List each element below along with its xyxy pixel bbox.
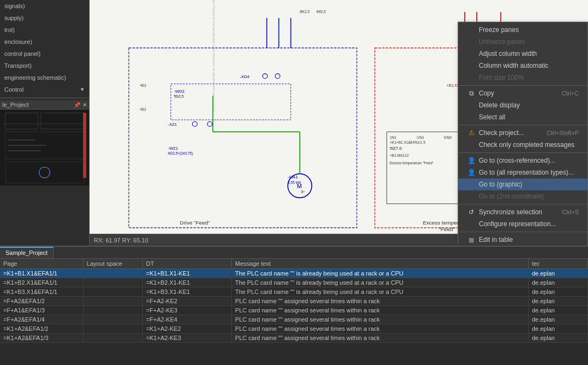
ctx-check-project-shortcut: Ctrl+Shift+P bbox=[547, 130, 579, 136]
sidebar-item-transport[interactable]: Transport) bbox=[0, 60, 89, 72]
col-header-layout: Layout space bbox=[83, 259, 142, 269]
ctx-font-label: Font size 100% bbox=[479, 74, 524, 81]
table-cell-page: =K1+A2&EFA1/2 bbox=[0, 324, 83, 334]
svg-text:5IZ7.0: 5IZ7.0 bbox=[390, 146, 402, 151]
panel-title: le_Project bbox=[2, 101, 29, 108]
sidebar-item-enclosure[interactable]: enclosure) bbox=[0, 36, 89, 48]
ctx-unfreeze-panes: Unfreeze panes bbox=[458, 36, 587, 48]
table-row[interactable]: =F+A2&EFA1/4=F+A2-KE4PLC card name "" as… bbox=[0, 315, 588, 324]
ctx-sep-5 bbox=[458, 232, 587, 232]
table-cell-page: =F+A1&EFA1/3 bbox=[0, 306, 83, 315]
coordinates-display: RX: 61.97 RY: 65.10 bbox=[94, 237, 148, 244]
sidebar-item-control-main[interactable]: Control ▼ bbox=[0, 84, 89, 95]
ctx-sync-selection[interactable]: ↺ Synchronize selection Ctrl+S bbox=[458, 206, 587, 218]
ctx-select-all[interactable]: Select all bbox=[458, 111, 587, 123]
sidebar-item-engineering[interactable]: engineering schematic) bbox=[0, 72, 89, 84]
svg-rect-0 bbox=[3, 110, 87, 185]
ctx-go-2nd-coord-label: Go to (2nd coordinate) bbox=[479, 193, 544, 200]
svg-text:-XD4: -XD4 bbox=[240, 74, 250, 79]
table-cell-dt: =K1+B3.X1-KE1 bbox=[143, 287, 232, 297]
svg-text:+B1,X1: +B1,X1 bbox=[447, 84, 459, 87]
svg-text:-XZ1: -XZ1 bbox=[168, 122, 177, 127]
table-cell-message: The PLC card name "" is already being us… bbox=[232, 278, 529, 287]
ctx-configure-rep[interactable]: Configure representation... bbox=[458, 218, 587, 230]
table-row[interactable]: =K1+A2&EFA1/3=K1+A2-KE3PLC card name "" … bbox=[0, 334, 588, 343]
ctx-freeze-panes[interactable]: Freeze panes bbox=[458, 24, 587, 36]
ctx-delete-label: Delete display bbox=[479, 101, 520, 109]
svg-text:+B1-MA112: +B1-MA112 bbox=[390, 153, 409, 157]
ctx-copy-label: Copy bbox=[479, 89, 494, 97]
ctx-sync-label: Synchronize selection bbox=[479, 208, 542, 216]
table-row[interactable]: =F+A1&EFA1/3=F+A2-KE3PLC card name "" as… bbox=[0, 306, 588, 315]
ctx-go-all-types[interactable]: 👤 Go to (all representation types)... bbox=[458, 167, 587, 178]
svg-text:Excess temperature "Feed": Excess temperature "Feed" bbox=[390, 161, 434, 165]
svg-text:5G2,5: 5G2,5 bbox=[174, 94, 184, 98]
sidebar-item-supply[interactable]: supply) bbox=[0, 12, 89, 24]
sidebar-item-control[interactable]: trol) bbox=[0, 24, 89, 36]
ctx-select-all-label: Select all bbox=[479, 113, 505, 121]
table-cell-message: The PLC card name "" is already being us… bbox=[232, 287, 529, 297]
table-header-row: Page Layout space DT Message text tec bbox=[0, 259, 588, 269]
context-menu: Freeze panes Unfreeze panes Adjust colum… bbox=[458, 22, 588, 246]
table-cell-message: PLC card name "" assigned several times … bbox=[232, 297, 529, 306]
ctx-go-graphic[interactable]: Go to (graphic) bbox=[458, 178, 587, 190]
table-cell-page: =K1+B3.X1&EFA1/1 bbox=[0, 287, 83, 297]
ctx-adjust-column[interactable]: Adjust column width bbox=[458, 48, 587, 60]
svg-text:1N1: 1N1 bbox=[390, 136, 396, 139]
table-cell-tech: de.eplan bbox=[528, 269, 587, 278]
svg-text:"Feed": "Feed" bbox=[439, 226, 455, 232]
table-cell-dt: =K1+A2-KE3 bbox=[143, 334, 232, 343]
svg-text:3~: 3~ bbox=[301, 190, 305, 194]
table-row[interactable]: =F+A2&EFA1/2=F+A2-KE2PLC card name "" as… bbox=[0, 297, 588, 306]
table-cell-tech: de.eplan bbox=[528, 306, 587, 315]
ctx-column-auto[interactable]: Column width automatic bbox=[458, 60, 587, 72]
table-cell-layout bbox=[83, 269, 142, 278]
ctx-go-graphic-label: Go to (graphic) bbox=[479, 181, 522, 188]
close-icon[interactable]: ✕ bbox=[83, 102, 87, 108]
warning-icon: ⚠ bbox=[467, 129, 476, 137]
table-cell-dt: =K1+B2.X1-KE1 bbox=[143, 278, 232, 287]
messages-table-container[interactable]: Page Layout space DT Message text tec =K… bbox=[0, 259, 588, 365]
ctx-sep-2 bbox=[458, 125, 587, 125]
ctx-delete-display[interactable]: Delete display bbox=[458, 99, 587, 111]
table-icon: ▦ bbox=[467, 236, 476, 244]
ctx-check-project-label: Check project... bbox=[479, 129, 524, 137]
ctx-edit-table-label: Edit in table bbox=[479, 236, 513, 244]
table-row[interactable]: =K1+B2.X1&EFA1/1=K1+B2.X1-KE1The PLC car… bbox=[0, 278, 588, 287]
person-all-icon: 👤 bbox=[467, 169, 476, 176]
ctx-copy[interactable]: ⧉ Copy Ctrl+C bbox=[458, 87, 587, 99]
svg-text:4G2,5+(2x0,75): 4G2,5+(2x0,75) bbox=[168, 151, 193, 156]
sidebar-item-signals[interactable]: signals) bbox=[0, 0, 89, 12]
table-cell-tech: de.eplan bbox=[528, 278, 587, 287]
sidebar-item-control-panel[interactable]: control panel) bbox=[0, 48, 89, 60]
ctx-edit-table[interactable]: ▦ Edit in table bbox=[458, 234, 587, 246]
ctx-go-all-types-label: Go to (all representation types)... bbox=[479, 169, 574, 176]
svg-text:0,55 kW: 0,55 kW bbox=[288, 181, 301, 184]
ctx-check-project[interactable]: ⚠ Check project... Ctrl+Shift+P bbox=[458, 127, 587, 139]
pin-icon[interactable]: 📌 bbox=[74, 102, 80, 108]
table-cell-layout bbox=[83, 287, 142, 297]
svg-text:=K1+B1.X1&EFA1/1.5: =K1+B1.X1&EFA1/1.5 bbox=[390, 140, 426, 144]
ctx-go-cross-ref[interactable]: 👤 Go to (cross-referenced)... bbox=[458, 155, 587, 167]
table-cell-message: PLC card name "" assigned several times … bbox=[232, 324, 529, 334]
ctx-check-completed[interactable]: Check only completed messages bbox=[458, 139, 587, 151]
ctx-col-auto-label: Column width automatic bbox=[479, 62, 548, 69]
table-cell-page: =K1+B1.X1&EFA1/1 bbox=[0, 269, 83, 278]
table-cell-message: PLC card name "" assigned several times … bbox=[232, 334, 529, 343]
table-cell-layout bbox=[83, 297, 142, 306]
messages-table: Page Layout space DT Message text tec =K… bbox=[0, 259, 588, 343]
svg-text:Drive "Feed": Drive "Feed" bbox=[180, 220, 210, 226]
table-cell-page: =F+A2&EFA1/4 bbox=[0, 315, 83, 324]
table-row[interactable]: =K1+B1.X1&EFA1/1=K1+B1.X1-KE1The PLC car… bbox=[0, 269, 588, 278]
col-header-message: Message text bbox=[232, 259, 529, 269]
person-cross-icon: 👤 bbox=[467, 157, 476, 164]
ctx-unfreeze-label: Unfreeze panes bbox=[479, 38, 525, 46]
ctx-font-size: Font size 100% bbox=[458, 72, 587, 84]
table-row[interactable]: =K1+B3.X1&EFA1/1=K1+B3.X1-KE1The PLC car… bbox=[0, 287, 588, 297]
table-cell-dt: =F+A2-KE2 bbox=[143, 297, 232, 306]
ctx-check-completed-label: Check only completed messages bbox=[479, 141, 574, 149]
table-row[interactable]: =K1+A2&EFA1/2=K1+A2-KE2PLC card name "" … bbox=[0, 324, 588, 334]
svg-text:+E1: +E1 bbox=[140, 84, 146, 87]
tab-sample-project[interactable]: Sample_Project bbox=[0, 247, 54, 258]
svg-text:2,5: 2,5 bbox=[321, 10, 326, 14]
